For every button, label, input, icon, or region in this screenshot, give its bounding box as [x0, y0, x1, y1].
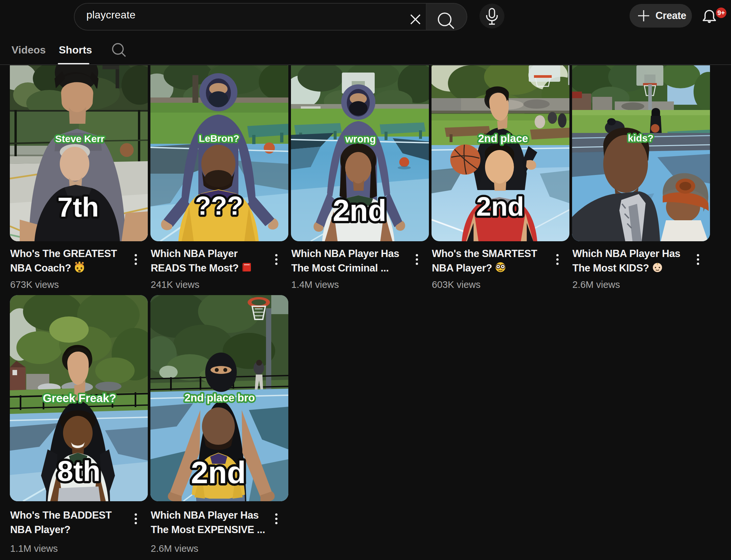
svg-text:kids?: kids?	[628, 133, 654, 143]
svg-text:2nd: 2nd	[476, 191, 524, 221]
svg-text:2nd place bro: 2nd place bro	[184, 392, 255, 404]
svg-text:???: ???	[195, 191, 243, 220]
svg-text:2nd place: 2nd place	[478, 132, 528, 144]
svg-text:Steve Kerr: Steve Kerr	[55, 133, 104, 144]
svg-text:Greek Freak?: Greek Freak?	[43, 392, 116, 404]
svg-text:LeBron?: LeBron?	[199, 133, 239, 144]
svg-text:8th: 8th	[57, 455, 100, 487]
svg-text:2nd: 2nd	[191, 455, 246, 490]
svg-text:2nd: 2nd	[333, 194, 387, 227]
svg-text:7th: 7th	[57, 192, 99, 223]
svg-text:wrong: wrong	[345, 133, 376, 145]
